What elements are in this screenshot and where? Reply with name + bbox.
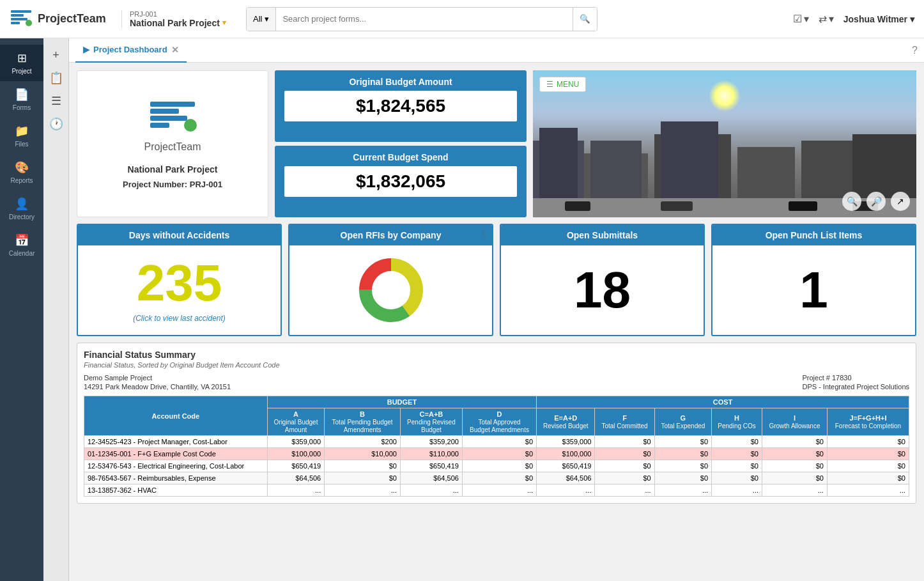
svg-rect-8	[150, 123, 169, 128]
add-button[interactable]: +	[46, 45, 66, 65]
sidebar-item-directory[interactable]: 👤 Directory	[0, 190, 43, 227]
table-cell-c: $110,000	[400, 448, 462, 460]
app-logo-icon	[10, 8, 33, 31]
svg-rect-3	[11, 22, 20, 24]
project-number: Project # 17830	[802, 374, 909, 382]
zoom-out-icon: 🔍	[847, 196, 858, 206]
table-row[interactable]: 13-13857-362 - HVAC.....................…	[84, 484, 909, 497]
project-id: PRJ-001	[130, 10, 236, 18]
table-cell-e: $359,000	[537, 436, 595, 448]
search-area: All ▾ 🔍	[246, 7, 597, 31]
zoom-out-button[interactable]: 🔍	[842, 192, 861, 211]
table-cell-g: $0	[654, 436, 711, 448]
accidents-stat-body: 235 (Click to view last accident)	[78, 245, 281, 335]
col-c: C=A+BPending RevisedBudget	[400, 408, 462, 436]
submittals-stat-title: Open Submittals	[501, 225, 704, 245]
donut-svg	[356, 255, 426, 325]
help-icon: ?	[912, 45, 918, 56]
table-cell-f: $0	[595, 436, 654, 448]
original-budget-title: Original Budget Amount	[284, 77, 517, 87]
home-icon: ⊞	[17, 51, 27, 65]
table-row[interactable]: 01-12345-001 - F+G Example Cost Code$100…	[84, 448, 909, 460]
svg-rect-20	[565, 201, 590, 211]
shuffle-nav-button[interactable]: ⇄ ▾	[819, 13, 834, 25]
clock-button[interactable]: 🕐	[46, 114, 66, 134]
tab-close-button[interactable]: ✕	[171, 45, 179, 54]
camera-controls: 🔍 🔎 ↗	[842, 192, 910, 211]
table-row[interactable]: 12-53476-543 - Electrical Engineering, C…	[84, 460, 909, 472]
lines-button[interactable]: ☰	[46, 91, 66, 111]
table-cell-account: 98-76543-567 - Reimbursables, Expense	[84, 472, 268, 484]
table-cell-account: 12-34525-423 - Project Manager, Cost-Lab…	[84, 436, 268, 448]
document-button[interactable]: 📋	[46, 68, 66, 88]
clock-icon: 🕐	[49, 117, 63, 131]
table-cell-account: 01-12345-001 - F+G Example Cost Code	[84, 448, 268, 460]
budget-cards: Original Budget Amount $1,824,565 Curren…	[275, 70, 527, 217]
svg-point-4	[26, 20, 32, 26]
financial-meta-right: Project # 17830 DPS - Integrated Project…	[802, 374, 909, 391]
col-e: E=A+DRevised Budget	[537, 408, 595, 436]
rfis-menu-button[interactable]: ⋮	[479, 228, 489, 240]
camera-widget: ☰ MENU	[533, 70, 916, 217]
rfis-stat-card: Open RFIs by Company ⋮	[288, 224, 493, 336]
sidebar-label-forms: Forms	[13, 104, 31, 111]
punchlist-stat-card: Open Punch List Items 1	[711, 224, 916, 336]
submittals-value: 18	[574, 265, 631, 316]
projectteam-logo: ProjectTeam	[144, 98, 201, 153]
help-button[interactable]: ?	[912, 45, 918, 56]
project-name-nav[interactable]: National Park Project	[130, 18, 236, 28]
zoom-in-button[interactable]: 🔎	[866, 192, 886, 211]
table-cell-f: $0	[595, 460, 654, 472]
search-submit-button[interactable]: 🔍	[573, 8, 597, 31]
user-name: Joshua Witmer	[843, 14, 907, 24]
tab-dashboard[interactable]: ▶ Project Dashboard ✕	[75, 38, 187, 63]
table-cell-c: $64,506	[400, 472, 462, 484]
directory-icon: 👤	[15, 197, 29, 211]
dashboard: ProjectTeam National Park Project Projec…	[69, 63, 924, 511]
share-button[interactable]: ↗	[891, 192, 910, 211]
table-cell-account: 13-13857-362 - HVAC	[84, 484, 268, 497]
user-menu-button[interactable]: Joshua Witmer ▾	[843, 14, 914, 24]
search-input[interactable]	[276, 8, 573, 31]
project-info-card: ProjectTeam National Park Project Projec…	[77, 70, 268, 217]
sidebar-item-files[interactable]: 📁 Files	[0, 118, 43, 154]
submittals-stat-card: Open Submittals 18	[500, 224, 705, 336]
sidebar-item-forms[interactable]: 📄 Forms	[0, 81, 43, 118]
document-icon: 📋	[49, 71, 63, 85]
col-a: AOriginal BudgetAmount	[267, 408, 324, 436]
table-row[interactable]: 12-34525-423 - Project Manager, Cost-Lab…	[84, 436, 909, 448]
sidebar-item-project[interactable]: ⊞ Project	[0, 45, 43, 81]
search-filter-button[interactable]: All ▾	[247, 8, 276, 31]
svg-rect-21	[661, 201, 693, 211]
financial-subtitle: Financial Status, Sorted by Original Bud…	[84, 361, 909, 369]
project-card-name: National Park Project	[128, 164, 218, 174]
table-cell-c: $359,200	[400, 436, 462, 448]
camera-menu-button[interactable]: ☰ MENU	[539, 77, 586, 92]
table-row[interactable]: 98-76543-567 - Reimbursables, Expense$64…	[84, 472, 909, 484]
table-cell-j: $0	[827, 436, 909, 448]
financial-meta-left: Demo Sample Project 14291 Park Meadow Dr…	[84, 374, 231, 391]
sidebar-item-reports[interactable]: 🎨 Reports	[0, 154, 43, 190]
col-b: BTotal Pending BudgetAmendments	[325, 408, 401, 436]
calendar-icon: 📅	[15, 233, 29, 247]
col-h: HPending COs	[712, 408, 762, 436]
table-cell-c: ...	[400, 484, 462, 497]
top-widgets-row: ProjectTeam National Park Project Projec…	[77, 70, 916, 217]
sidebar-label-project: Project	[12, 68, 31, 75]
table-cell-j: $0	[827, 472, 909, 484]
table-cell-e: $64,506	[537, 472, 595, 484]
table-cell-e: $100,000	[537, 448, 595, 460]
checkmark-nav-button[interactable]: ☑ ▾	[793, 13, 809, 25]
table-cell-f: $0	[595, 448, 654, 460]
table-cell-b: $0	[325, 472, 401, 484]
pt-logo-text: ProjectTeam	[144, 141, 201, 153]
tab-bar: ▶ Project Dashboard ✕ ?	[69, 38, 924, 63]
sidebar-item-calendar[interactable]: 📅 Calendar	[0, 227, 43, 263]
table-cell-b: ...	[325, 484, 401, 497]
accidents-stat-card: Days without Accidents 235 (Click to vie…	[77, 224, 282, 336]
accidents-click-text[interactable]: (Click to view last accident)	[133, 314, 226, 323]
col-g: GTotal Expended	[654, 408, 711, 436]
current-budget-title: Current Budget Spend	[284, 152, 517, 162]
firm-name: DPS - Integrated Project Solutions	[802, 383, 909, 391]
col-d: DTotal ApprovedBudget Amendments	[462, 408, 536, 436]
